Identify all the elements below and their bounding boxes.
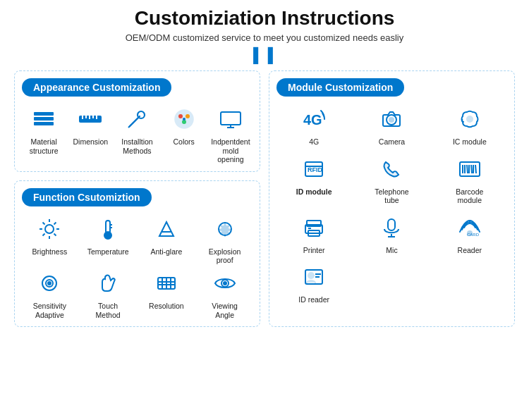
sensitivity-icon — [34, 268, 65, 299]
left-column: Appearance Customization Materialstructu… — [14, 70, 260, 327]
antiglare-icon — [151, 214, 182, 245]
touch-icon — [92, 268, 123, 299]
svg-point-13 — [186, 114, 190, 118]
item-colors-label: Colors — [174, 137, 195, 147]
divider-icon: ▐ ▌ — [14, 47, 515, 63]
svg-rect-6 — [89, 116, 90, 119]
svg-point-29 — [104, 232, 111, 239]
rfid-icon: RFID — [298, 154, 329, 185]
item-ic: IC module — [432, 104, 507, 147]
svg-rect-5 — [85, 116, 87, 118]
svg-text:RFID: RFID — [308, 166, 322, 173]
svg-text:CARD: CARD — [467, 233, 480, 237]
item-brightness-label: Brightness — [32, 247, 68, 257]
svg-text:4G: 4G — [303, 112, 322, 128]
item-camera: Camera — [354, 104, 429, 147]
main-grid: Appearance Customization Materialstructu… — [14, 70, 515, 327]
right-column: Module Customization 4G 4G — [269, 70, 515, 327]
item-printer: Printer — [276, 212, 351, 255]
svg-rect-2 — [34, 122, 54, 125]
reader-icon: CARD — [454, 212, 485, 243]
svg-rect-8 — [96, 116, 97, 119]
svg-point-70 — [308, 273, 314, 278]
item-mic: Mic — [354, 212, 429, 255]
item-dimension: Dimension — [68, 104, 112, 164]
item-mold: Indpentdentmold opening — [209, 104, 253, 164]
phone-icon — [376, 154, 407, 185]
layers-icon — [28, 104, 59, 135]
function-header: Function Csutomiztion — [22, 188, 152, 206]
svg-line-25 — [54, 233, 56, 235]
item-material: Materialstructure — [22, 104, 66, 164]
item-explosion: Explosionproof — [197, 214, 253, 265]
item-installation: InstalltionMethods — [115, 104, 159, 164]
svg-line-10 — [128, 126, 130, 128]
svg-line-27 — [43, 233, 45, 235]
module-header: Module Customization — [276, 78, 404, 97]
printer-icon — [298, 212, 329, 243]
item-installation-label: InstalltionMethods — [121, 137, 152, 155]
svg-line-59 — [475, 165, 476, 173]
item-rfid-label: ID module — [296, 187, 332, 197]
item-temperature: Temperature — [80, 214, 136, 265]
item-sensitivity-label: SensitivityAdaptive — [33, 302, 66, 319]
ic-icon — [454, 104, 485, 135]
svg-line-24 — [43, 222, 45, 224]
svg-point-12 — [178, 114, 183, 118]
item-4g-label: 4G — [309, 137, 319, 147]
appearance-items-grid: Materialstructure Dimension — [22, 104, 253, 164]
function-section: Function Csutomiztion — [14, 180, 260, 327]
item-ic-label: IC module — [453, 137, 487, 147]
appearance-section: Appearance Customization Materialstructu… — [14, 70, 260, 172]
item-reader: CARD Reader — [432, 212, 507, 255]
item-reader-label: Reader — [458, 246, 482, 255]
item-resolution-label: Resolution — [149, 302, 184, 311]
item-resolution: Resolution — [139, 268, 195, 319]
svg-rect-1 — [34, 117, 54, 121]
item-touch-label: TouchMethod — [96, 302, 121, 319]
svg-line-57 — [471, 165, 472, 173]
item-idreader: ID reader — [276, 261, 351, 304]
item-explosion-label: Explosionproof — [209, 247, 241, 265]
item-printer-label: Printer — [303, 246, 325, 255]
camera-icon — [376, 104, 407, 135]
monitor-icon — [215, 104, 246, 135]
svg-point-15 — [183, 118, 186, 121]
item-mic-label: Mic — [386, 246, 397, 255]
item-4g: 4G 4G — [276, 104, 351, 147]
svg-point-47 — [389, 118, 394, 122]
wrench-icon — [121, 104, 152, 135]
item-idreader-label: ID reader — [298, 295, 329, 304]
svg-rect-16 — [221, 112, 241, 125]
item-phone: Telephonetube — [354, 154, 429, 205]
module-items-grid: 4G 4G — [276, 104, 507, 304]
barcode-icon — [454, 154, 485, 185]
item-rfid: RFID ID module — [276, 154, 351, 205]
page-title: Customiziation Instructions — [14, 7, 515, 30]
item-barcode: Barcodemodule — [432, 154, 507, 205]
item-antiglare: Anti-glare — [139, 214, 195, 265]
item-phone-label: Telephonetube — [375, 187, 408, 205]
svg-line-55 — [467, 165, 468, 173]
svg-point-19 — [45, 225, 54, 233]
mic-icon — [376, 212, 407, 243]
idreader-icon — [298, 261, 329, 292]
svg-line-26 — [54, 222, 56, 224]
item-brightness: Brightness — [22, 214, 78, 265]
item-viewing-angle: ViewingAngle — [197, 268, 253, 319]
item-colors: Colors — [162, 104, 206, 164]
svg-point-36 — [48, 282, 51, 285]
4g-icon: 4G — [298, 104, 329, 135]
svg-point-48 — [467, 116, 473, 122]
svg-rect-4 — [82, 116, 83, 119]
page-subtitle: OEM/ODM customized service to meet you c… — [14, 32, 515, 43]
function-items-grid: Brightness Temperature — [22, 214, 253, 319]
thermometer-icon — [92, 214, 123, 245]
svg-rect-64 — [388, 219, 395, 230]
item-barcode-label: Barcodemodule — [456, 187, 483, 205]
item-temperature-label: Temperature — [87, 247, 129, 257]
resolution-icon — [151, 268, 182, 299]
item-touch: TouchMethod — [80, 268, 136, 319]
svg-rect-7 — [92, 116, 94, 118]
appearance-header: Appearance Customization — [22, 78, 171, 97]
